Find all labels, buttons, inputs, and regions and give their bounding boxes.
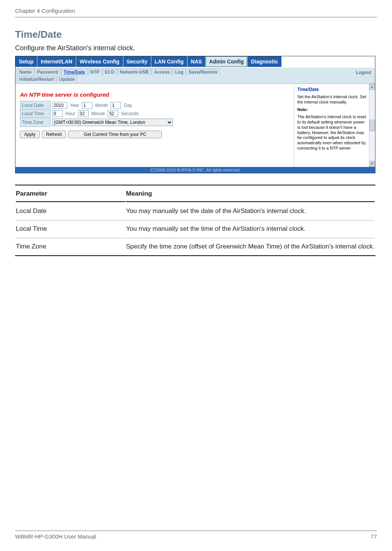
hour-input[interactable] bbox=[52, 110, 63, 117]
scroll-thumb[interactable] bbox=[369, 120, 375, 131]
cell-param: Local Time bbox=[16, 220, 125, 237]
sub-tab-access[interactable]: Access bbox=[152, 69, 172, 75]
tab-wireless-config[interactable]: Wireless Config bbox=[76, 56, 123, 67]
time-zone-select[interactable]: (GMT+00:00) Greenwich Mean Time, London bbox=[52, 119, 173, 126]
help-text-1: Set the AirStation's internal clock. Set… bbox=[297, 94, 367, 105]
table-row: Local Time You may manually set the time… bbox=[16, 220, 375, 237]
parameter-table: Parameter Meaning Local Date You may man… bbox=[15, 185, 375, 256]
th-parameter: Parameter bbox=[16, 186, 125, 202]
sub-tab-time-date[interactable]: Time/Date bbox=[61, 69, 87, 75]
second-input[interactable] bbox=[108, 110, 118, 117]
time-zone-label: Time Zone bbox=[20, 118, 51, 127]
th-meaning: Meaning bbox=[126, 186, 375, 202]
section-title: Time/Date bbox=[15, 29, 377, 40]
help-heading: Time/Date bbox=[297, 87, 367, 92]
local-date-label: Local Date bbox=[20, 101, 51, 110]
table-row: Local Date You may manually set the date… bbox=[16, 203, 375, 219]
sub-tab-eco[interactable]: ECO bbox=[103, 69, 117, 75]
help-note-body: The AirStation's internal clock is reset… bbox=[297, 114, 367, 151]
apply-button[interactable]: Apply bbox=[20, 131, 40, 138]
copyright-bar: (C)2000-2010 BUFFALO INC. All rights res… bbox=[15, 167, 375, 173]
cell-meaning: You may manually set the date of the Air… bbox=[126, 203, 375, 219]
sub-tab-save-restore[interactable]: Save/Restore bbox=[186, 69, 220, 75]
scroll-down-icon[interactable]: ▾ bbox=[369, 161, 375, 167]
second-unit: Seconds bbox=[120, 111, 140, 116]
day-input[interactable] bbox=[111, 102, 121, 109]
scroll-up-icon[interactable]: ▴ bbox=[369, 84, 375, 90]
cell-param: Local Date bbox=[16, 203, 125, 219]
tab-internet-lan[interactable]: Internet/LAN bbox=[37, 56, 76, 67]
tab-nas[interactable]: NAS bbox=[188, 56, 206, 67]
refresh-button[interactable]: Refresh bbox=[42, 131, 66, 138]
sub-tab-log[interactable]: Log bbox=[173, 69, 186, 75]
sub-tab-network-usb[interactable]: Network-USB bbox=[118, 69, 151, 75]
hour-unit: Hour bbox=[64, 111, 77, 116]
month-unit: Month bbox=[94, 103, 109, 108]
minute-input[interactable] bbox=[78, 110, 89, 117]
tab-setup[interactable]: Setup bbox=[15, 56, 37, 67]
sub-tab-password[interactable]: Password bbox=[35, 69, 61, 75]
sub-tab-ntp[interactable]: NTP bbox=[88, 69, 102, 75]
logout-link[interactable]: Logout bbox=[356, 70, 374, 75]
tab-lan-config[interactable]: LAN Config bbox=[151, 56, 187, 67]
get-pc-time-button[interactable]: Get Current Time from your PC bbox=[68, 131, 162, 138]
help-note-label: Note: bbox=[297, 107, 308, 112]
tab-admin-config[interactable]: Admin Config bbox=[206, 56, 247, 67]
time-date-form: Local Date Year Month Day Local Time Ho bbox=[20, 101, 175, 127]
tab-security[interactable]: Security bbox=[123, 56, 151, 67]
config-form-area: An NTP time server is configured Local D… bbox=[15, 84, 294, 167]
sub-tabs: Name Password Time/Date NTP ECO Network-… bbox=[15, 68, 375, 84]
chapter-header: Chapter 4 Configuration bbox=[15, 8, 377, 17]
sub-tab-update[interactable]: Update bbox=[57, 76, 77, 82]
page-footer: WBMR-HP-G300H User Manual 77 bbox=[15, 531, 377, 540]
page-number: 77 bbox=[370, 533, 377, 540]
local-time-label: Local Time bbox=[20, 110, 51, 118]
section-desc: Configure the AirStation's internal cloc… bbox=[15, 44, 377, 52]
cell-meaning: Specify the time zone (offset of Greenwi… bbox=[126, 238, 375, 255]
ntp-configured-notice: An NTP time server is configured bbox=[20, 91, 290, 98]
help-panel: Time/Date Set the AirStation's internal … bbox=[294, 84, 375, 167]
sub-tab-name[interactable]: Name bbox=[17, 69, 34, 75]
table-row: Time Zone Specify the time zone (offset … bbox=[16, 238, 375, 255]
year-unit: Year bbox=[68, 103, 80, 108]
cell-meaning: You may manually set the time of the Air… bbox=[126, 220, 375, 237]
sub-tab-initialize-restart[interactable]: Initialize/Restart bbox=[17, 76, 56, 82]
day-unit: Day bbox=[122, 103, 133, 108]
month-input[interactable] bbox=[82, 102, 92, 109]
tab-diagnostic[interactable]: Diagnostic bbox=[247, 56, 281, 67]
main-tabs: Setup Internet/LAN Wireless Config Secur… bbox=[15, 56, 375, 68]
cell-param: Time Zone bbox=[16, 238, 125, 255]
router-admin-screenshot: Setup Internet/LAN Wireless Config Secur… bbox=[15, 56, 375, 173]
help-scrollbar[interactable]: ▴ ▾ bbox=[369, 84, 375, 167]
manual-title: WBMR-HP-G300H User Manual bbox=[15, 533, 96, 540]
year-input[interactable] bbox=[52, 102, 67, 109]
minute-unit: Minute bbox=[90, 111, 106, 116]
